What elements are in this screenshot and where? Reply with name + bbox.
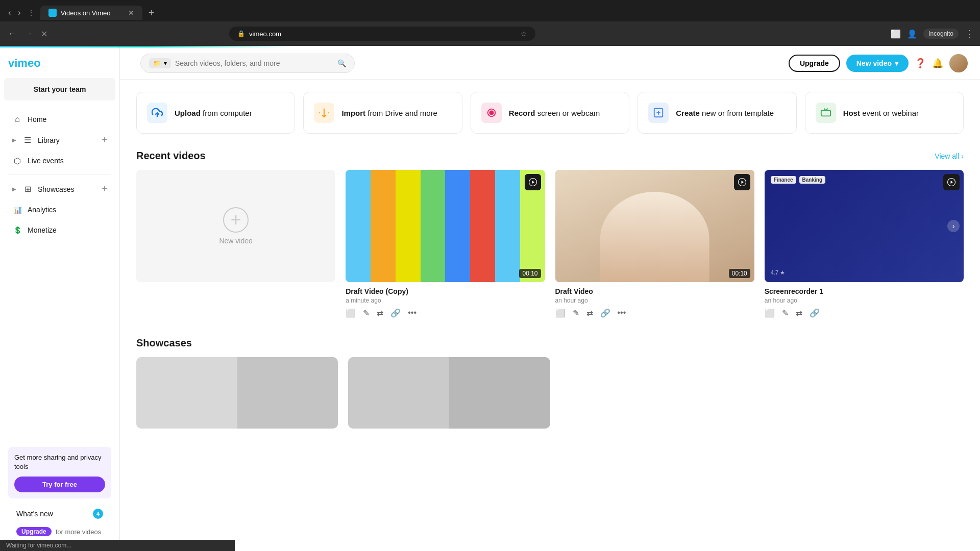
showcases-add-btn[interactable]: +	[102, 184, 107, 194]
sidebar-divider-1	[8, 174, 111, 175]
new-tab-btn[interactable]: +	[144, 7, 159, 19]
status-bar: Waiting for vimeo.com...	[0, 540, 235, 551]
start-team-btn[interactable]: Start your team	[4, 78, 115, 101]
showcases-icon: ⊞	[22, 184, 33, 194]
upgrade-row[interactable]: Upgrade for more videos	[8, 523, 111, 540]
address-bar[interactable]: 🔒 vimeo.com ☆	[229, 27, 535, 41]
search-bar[interactable]: 📁 ▾ 🔍	[140, 54, 355, 73]
svg-marker-12	[741, 181, 744, 184]
folder-icon: 📁	[153, 60, 161, 67]
sidebar-item-showcases[interactable]: ▶ ⊞ Showcases +	[4, 179, 115, 199]
edit-icon-3[interactable]: ✎	[782, 308, 789, 318]
draft-copy-time: a minute ago	[346, 297, 545, 304]
sidebar-home-label: Home	[28, 115, 46, 123]
upgrade-button[interactable]: Upgrade	[789, 55, 840, 72]
sidebar-item-home[interactable]: ⌂ Home	[4, 110, 115, 129]
notifications-icon[interactable]: 🔔	[932, 58, 943, 69]
sidebar-bottom: Get more sharing and privacy tools Try f…	[0, 441, 119, 551]
video-badge-2	[734, 174, 750, 190]
showcase-card-2[interactable]	[348, 357, 550, 429]
create-card[interactable]: Create new or from template	[638, 92, 796, 134]
sidebar-monetize-label: Monetize	[28, 226, 57, 234]
review-icon-2[interactable]: ⬜	[555, 308, 566, 318]
screenrec-card[interactable]: Finance Banking 4.7 ★ › Screenrecorder 1	[765, 170, 964, 321]
tab-favicon	[48, 9, 57, 17]
host-card[interactable]: Host event or webinar	[805, 92, 964, 134]
showcase-card-1[interactable]	[136, 357, 338, 429]
colorbar-seg-6	[470, 170, 495, 282]
tab-back-btn[interactable]: ‹	[6, 8, 13, 17]
view-all-link[interactable]: View all ›	[935, 152, 964, 160]
reload-btn[interactable]: ✕	[39, 27, 50, 41]
sidebar-item-monetize[interactable]: 💲 Monetize	[4, 220, 115, 240]
link-icon-3[interactable]: 🔗	[810, 308, 820, 318]
draft-copy-thumb: 00:10	[346, 170, 545, 282]
sidebar-item-live-events[interactable]: ⬡ Live events	[4, 151, 115, 170]
forward-btn[interactable]: →	[22, 27, 35, 40]
svg-marker-14	[951, 181, 953, 184]
action-cards: Upload from computer Import from Drive a…	[136, 92, 964, 134]
search-input[interactable]	[175, 59, 333, 67]
review-icon-1[interactable]: ⬜	[346, 308, 356, 318]
share-icon-2[interactable]: ⇄	[586, 308, 593, 318]
main-content: 📁 ▾ 🔍 Upgrade New video ▾ ❓ 🔔	[120, 47, 980, 551]
back-btn[interactable]: ←	[6, 27, 18, 40]
whats-new-badge: 4	[93, 509, 103, 519]
screenrec-time: an hour ago	[765, 297, 964, 304]
tab-forward-btn[interactable]: ›	[16, 8, 22, 17]
screenrec-rating: 4.7 ★	[771, 269, 785, 276]
try-free-btn[interactable]: Try for free	[14, 477, 105, 492]
star-icon[interactable]: ☆	[521, 30, 527, 38]
extensions-icon[interactable]: ⬜	[891, 29, 901, 39]
menu-icon[interactable]: ⋮	[965, 28, 974, 39]
sidebar-library-label: Library	[38, 136, 60, 144]
draft-card[interactable]: 00:10 Draft Video an hour ago ⬜ ✎ ⇄ 🔗	[555, 170, 754, 321]
promo-box: Get more sharing and privacy tools Try f…	[8, 447, 111, 498]
review-icon-3[interactable]: ⬜	[765, 308, 775, 318]
sidebar-item-library[interactable]: ▶ ☰ Library +	[4, 130, 115, 150]
share-icon-1[interactable]: ⇄	[377, 308, 383, 318]
colorbar-seg-1	[346, 170, 371, 282]
active-tab[interactable]: Videos on Vimeo ✕	[40, 6, 142, 20]
draft-copy-card[interactable]: 00:10 Draft Video (Copy) a minute ago ⬜ …	[346, 170, 545, 321]
edit-icon-1[interactable]: ✎	[363, 308, 370, 318]
edit-icon-2[interactable]: ✎	[573, 308, 579, 318]
screenrec-title: Screenrecorder 1	[765, 287, 964, 295]
lock-icon: 🔒	[237, 30, 245, 37]
library-add-btn[interactable]: +	[102, 135, 107, 145]
record-card[interactable]: Record screen or webcam	[471, 92, 629, 134]
upload-card[interactable]: Upload from computer	[136, 92, 295, 134]
share-icon-3[interactable]: ⇄	[796, 308, 802, 318]
view-all-label: View all	[935, 152, 959, 160]
new-video-button[interactable]: New video ▾	[846, 55, 909, 72]
sidebar-item-analytics[interactable]: 📊 Analytics	[4, 200, 115, 219]
new-video-card[interactable]: + New video	[136, 170, 335, 321]
link-icon-2[interactable]: 🔗	[600, 308, 610, 318]
link-icon-1[interactable]: 🔗	[390, 308, 401, 318]
draft-info: Draft Video an hour ago ⬜ ✎ ⇄ 🔗 •••	[555, 282, 754, 321]
showcase-thumb-2	[348, 357, 550, 429]
draft-copy-actions: ⬜ ✎ ⇄ 🔗 •••	[346, 308, 545, 318]
profile-icon[interactable]: 👤	[907, 29, 917, 39]
sidebar: vimeo Start your team ⌂ Home ▶ ☰ Library…	[0, 47, 120, 551]
colorbar-seg-7	[495, 170, 520, 282]
whats-new-item[interactable]: What's new 4	[8, 505, 111, 523]
showcase-half-3	[348, 357, 449, 429]
svg-marker-10	[532, 181, 534, 184]
window-menu[interactable]: ⋮	[26, 9, 36, 16]
help-icon[interactable]: ❓	[915, 58, 926, 69]
finance-tag: Finance	[771, 176, 796, 184]
showcase-half-2	[237, 357, 338, 429]
import-card[interactable]: Import from Drive and more	[303, 92, 462, 134]
more-icon-2[interactable]: •••	[618, 308, 626, 317]
folder-selector[interactable]: 📁 ▾	[149, 58, 171, 68]
screenrec-actions: ⬜ ✎ ⇄ 🔗	[765, 308, 964, 318]
content-area: Upload from computer Import from Drive a…	[120, 80, 980, 441]
view-all-arrow: ›	[961, 152, 964, 160]
avatar[interactable]	[949, 54, 968, 72]
showcase-grid	[136, 357, 964, 429]
tab-close-btn[interactable]: ✕	[128, 9, 134, 17]
more-icon-1[interactable]: •••	[408, 308, 416, 317]
showcase-half-1	[136, 357, 237, 429]
next-video-btn[interactable]: ›	[947, 220, 960, 232]
